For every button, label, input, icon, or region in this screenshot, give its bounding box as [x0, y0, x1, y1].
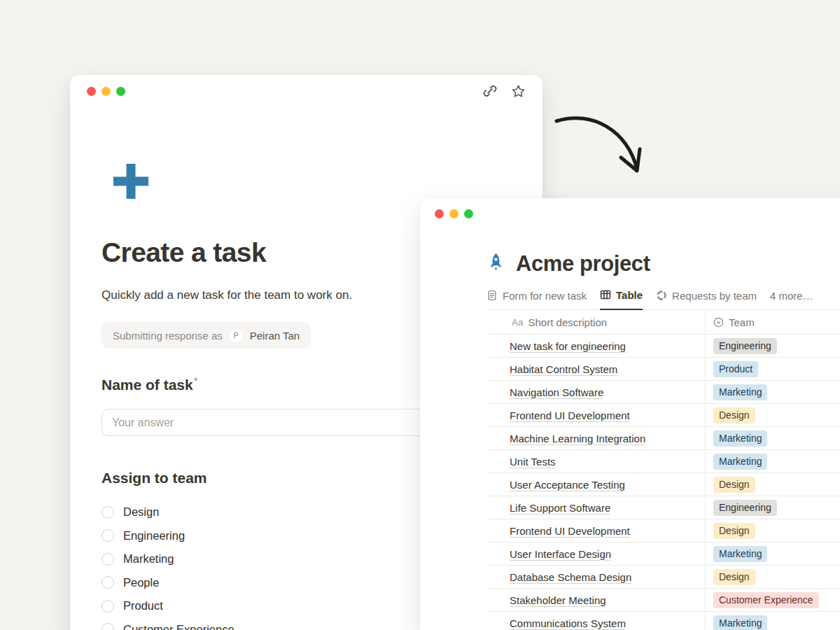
database-window-titlebar [420, 198, 840, 229]
task-title: New task for engineering [510, 340, 626, 352]
team-badge: Product [713, 361, 758, 377]
tab-form-for-new-task[interactable]: Form for new task [486, 287, 587, 310]
column-header-team[interactable]: Team [705, 310, 840, 334]
zoom-window-button[interactable] [464, 209, 473, 218]
traffic-lights [435, 209, 473, 218]
radio-circle[interactable] [102, 623, 114, 630]
team-badge: Design [713, 407, 755, 424]
task-title: Unit Tests [510, 456, 556, 468]
submitting-as-label: Submitting response as [113, 330, 223, 342]
radio-circle[interactable] [102, 506, 114, 519]
column-header-short-description[interactable]: Aa Short description [486, 310, 705, 334]
form-icon [486, 290, 498, 301]
page-title: Acme project [516, 251, 650, 276]
team-badge: Design [713, 569, 755, 585]
minimize-window-button[interactable] [449, 209, 458, 218]
plus-icon [110, 160, 152, 206]
task-title: Frontend UI Development [510, 410, 630, 421]
table-row[interactable]: Navigation Software Marketing [486, 380, 840, 403]
table-row[interactable]: New task for engineering Engineering [486, 334, 840, 357]
form-title: Create a task [102, 237, 266, 268]
task-title: Stakeholder Meeting [510, 594, 606, 606]
team-badge: Marketing [713, 454, 767, 470]
task-name-label: Name of task* [102, 374, 198, 393]
team-badge: Design [713, 523, 755, 539]
table-row[interactable]: User Acceptance Testing Design [486, 472, 840, 496]
task-title: Frontend UI Development [510, 525, 630, 537]
curved-arrow [552, 109, 653, 183]
task-title: Navigation Software [510, 386, 603, 398]
table-row[interactable]: Communications System Marketing [486, 611, 840, 630]
desktop-canvas: Create a task Quickly add a new task for… [0, 0, 840, 630]
database-window: Acme project Form for new task [420, 198, 840, 630]
radio-circle[interactable] [102, 529, 114, 542]
task-title: Machine Learning Integration [510, 433, 645, 444]
task-title: Habitat Control System [510, 363, 617, 375]
submitter-name: Peiran Tan [250, 330, 300, 342]
team-badge: Marketing [713, 430, 767, 447]
close-window-button[interactable] [435, 209, 444, 218]
radio-option-marketing[interactable]: Marketing [102, 547, 234, 571]
close-window-button[interactable] [87, 87, 96, 96]
form-subtitle: Quickly add a new task for the team to w… [102, 288, 352, 302]
radio-option-customer-experience[interactable]: Customer Experience [102, 618, 234, 630]
table-row[interactable]: Unit Tests Marketing [486, 449, 840, 472]
database-table: Aa Short description Team New task for e… [486, 310, 840, 630]
task-title: Life Support Software [510, 502, 610, 514]
rocket-icon [486, 253, 505, 276]
table-icon [600, 289, 611, 300]
team-badge: Engineering [713, 338, 777, 354]
traffic-lights [87, 87, 125, 96]
table-row[interactable]: User Interface Design Marketing [486, 542, 840, 565]
table-row[interactable]: Frontend UI Development Design [486, 403, 840, 426]
star-icon[interactable] [511, 84, 526, 99]
tab-table[interactable]: Table [600, 287, 643, 310]
radio-option-people[interactable]: People [102, 571, 234, 595]
task-title: Database Schema Design [510, 571, 631, 583]
text-property-icon: Aa [512, 317, 524, 328]
view-tabs: Form for new task Table [486, 287, 840, 310]
team-badge: Engineering [713, 500, 777, 516]
tab-more-views[interactable]: 4 more… [770, 287, 813, 310]
donut-chart-icon [656, 290, 667, 301]
radio-circle[interactable] [102, 576, 114, 589]
radio-option-design[interactable]: Design [102, 500, 234, 524]
tab-requests-by-team[interactable]: Requests by team [656, 287, 757, 310]
table-row[interactable]: Life Support Software Engineering [486, 496, 840, 519]
zoom-window-button[interactable] [116, 87, 125, 96]
task-title: Communications System [510, 617, 626, 629]
radio-circle[interactable] [102, 553, 114, 566]
submitting-as-badge: Submitting response as P Peiran Tan [102, 322, 311, 349]
team-badge: Marketing [713, 615, 767, 630]
table-row[interactable]: Frontend UI Development Design [486, 519, 840, 542]
table-row[interactable]: Database Schema Design Design [486, 565, 840, 588]
table-header-row: Aa Short description Team [486, 310, 840, 334]
minimize-window-button[interactable] [102, 87, 111, 96]
team-badge: Customer Experience [713, 592, 819, 608]
team-radio-group: Design Engineering Marketing People Prod… [102, 500, 234, 630]
form-window-titlebar [70, 75, 542, 107]
radio-option-product[interactable]: Product [102, 594, 234, 618]
avatar: P [229, 328, 244, 343]
team-badge: Marketing [713, 546, 767, 562]
table-row[interactable]: Habitat Control System Product [486, 357, 840, 380]
task-title: User Interface Design [510, 548, 611, 560]
team-badge: Marketing [713, 384, 767, 400]
select-property-icon [713, 317, 724, 328]
assign-team-label: Assign to team [102, 470, 207, 486]
required-asterisk: * [194, 374, 198, 386]
radio-option-engineering[interactable]: Engineering [102, 524, 234, 548]
task-title: User Acceptance Testing [510, 479, 625, 491]
link-icon[interactable] [483, 84, 497, 98]
table-row[interactable]: Machine Learning Integration Marketing [486, 426, 840, 449]
table-row[interactable]: Stakeholder Meeting Customer Experience [486, 588, 840, 611]
team-badge: Design [713, 477, 755, 493]
radio-circle[interactable] [102, 600, 114, 612]
